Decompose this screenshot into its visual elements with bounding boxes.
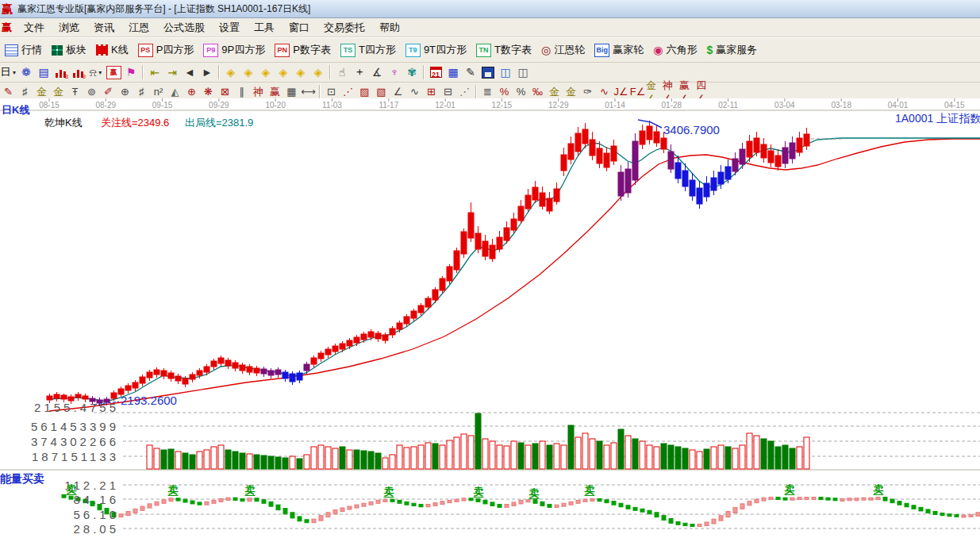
first-page-icon[interactable]: ⇤ [146,64,163,80]
draw-tool-icon-31[interactable]: % [496,84,513,100]
crosshair-icon[interactable]: ＋ [351,64,368,80]
draw-tool-icon-42[interactable]: 赢∠ [679,84,696,100]
menu-工具[interactable]: 工具 [247,18,282,37]
candle-style-icon[interactable]: ⍾▼ [87,64,105,80]
memo-icon[interactable]: ✎ [462,64,479,80]
draw-tool-icon-41[interactable]: 神∠ [663,84,679,100]
gann-diamond-icon[interactable]: ◈ [309,64,327,80]
draw-tool-icon-38[interactable]: J∠ [613,84,629,100]
draw-tool-icon-20[interactable]: ⊡ [323,84,340,100]
next-icon[interactable]: ► [198,64,216,80]
draw-tool-icon-13[interactable]: ⊠ [217,84,233,100]
pattern-icon[interactable]: ❁ [17,64,35,80]
gann-diamond-icon[interactable]: ◈ [275,64,292,80]
draw-tool-icon-2[interactable]: 金 [33,84,50,100]
draw-tool-icon-37[interactable]: ∿ [596,84,613,100]
draw-tool-icon-15[interactable]: 神 [250,84,267,100]
network-icon[interactable]: ◫ [497,64,514,80]
toolbar-item-赢家轮[interactable]: Big赢家轮 [590,41,648,59]
menu-文件[interactable]: 文件 [17,18,52,37]
menu-设置[interactable]: 设置 [212,18,247,37]
draw-tool-icon-35[interactable]: 金 [563,84,579,100]
draw-tool-icon-12[interactable]: ❋ [200,84,217,100]
draw-tool-icon-28[interactable]: ⋰ [456,84,473,100]
menu-资讯[interactable]: 资讯 [86,18,121,37]
calendar-icon[interactable]: 21 [427,64,444,80]
draw-tool-icon-6[interactable]: ✐ [100,84,117,100]
gann-diamond-icon[interactable]: ◈ [222,64,240,80]
draw-tool-icon-24[interactable]: ∠ [390,84,406,100]
menu-窗口[interactable]: 窗口 [282,18,317,37]
menu-浏览[interactable]: 浏览 [52,18,86,37]
toolbar-item-P四方形[interactable]: PSP四方形 [133,41,199,59]
draw-tool-icon-17[interactable]: ▦ [283,84,300,100]
list-icon[interactable]: ▤ [35,64,52,80]
draw-tool-icon-5[interactable]: ⊚ [83,84,100,100]
toolbar-item-板块[interactable]: 板块 [47,41,91,59]
draw-tool-icon-34[interactable]: 金 [546,84,563,100]
menu-帮助[interactable]: 帮助 [372,18,407,37]
gann-diamond-icon[interactable]: ◈ [240,64,257,80]
flower-icon[interactable]: ✾ [403,64,421,80]
save-icon[interactable] [479,64,497,80]
draw-tool-icon-36[interactable]: ✑ [579,84,596,100]
draw-tool-icon-1[interactable]: ♯ [17,84,33,100]
draw-tool-icon-40[interactable]: 金∠ [646,84,663,100]
small-chart9-icon[interactable]: 9 [70,64,87,80]
draw-tool-icon-33[interactable]: ‰ [529,84,546,100]
last-page-icon[interactable]: ⇥ [163,64,181,80]
menu-交易委托[interactable]: 交易委托 [317,18,372,37]
toolbar-item-六角形[interactable]: ◉六角形 [648,41,701,59]
draw-tool-icon-11[interactable]: ⊕ [183,84,200,100]
draw-tool-icon-43[interactable]: 四∠ [696,84,713,100]
toolbar-item-K线[interactable]: K线 [91,41,133,59]
draw-tool-icon-16[interactable]: 赢 [267,84,283,100]
draw-tool-icon-0[interactable]: ✎ [0,84,17,100]
chart-flag-icon[interactable]: ⚑ [122,64,140,80]
toolbar-item-P数字表[interactable]: PNP数字表 [270,41,336,59]
toolbar-item-T四方形[interactable]: TST四方形 [336,41,401,59]
draw-tool-icon-18[interactable]: ⟷ [300,84,317,100]
window-title: 赢家江恩专业版[赢家内部服务平台] - [上证指数 SH1A0001-167日K… [17,2,310,16]
toolbar-item-9P四方形[interactable]: P99P四方形 [198,41,270,59]
small-chart3-icon[interactable]: 3 [52,64,70,80]
draw-tool-icon-32[interactable]: % [513,84,529,100]
win-flag-icon[interactable]: 赢 [105,64,122,80]
draw-tool-icon-8[interactable]: ♯ [133,84,150,100]
draw-tool-icon-14[interactable]: ∥ [233,84,250,100]
date-label: 10-20 [265,101,286,110]
draw-tool-icon-26[interactable]: ⊞ [423,84,440,100]
toolbar-item-赢家服务[interactable]: $赢家服务 [701,41,762,59]
calculator-icon[interactable]: ▦ [444,64,462,80]
draw-tool-icon-39[interactable]: F∠ [629,84,646,100]
draw-tool-icon-22[interactable]: ▨ [356,84,373,100]
menu-公式选股[interactable]: 公式选股 [156,18,212,37]
draw-tool-icon-21[interactable]: ⋰ [340,84,356,100]
draw-tool-icon-9[interactable]: n² [150,84,167,100]
hand-icon[interactable]: ☝ [333,64,351,80]
gann-diamond-icon[interactable]: ◈ [257,64,275,80]
gann-diamond-icon[interactable]: ◈ [292,64,309,80]
menu-江恩[interactable]: 江恩 [121,18,156,37]
draw-tool-icon-30[interactable]: ≣ [479,84,496,100]
period-selector[interactable]: 日▼ [0,64,17,80]
draw-tool-icon-4[interactable]: Ŧ [67,84,83,100]
toolbar-item-T数字表[interactable]: TNT数字表 [471,41,536,59]
draw-tool-icon-23[interactable]: ▧ [373,84,390,100]
title-bar[interactable]: 赢 赢家江恩专业版[赢家内部服务平台] - [上证指数 SH1A0001-167… [0,0,980,18]
prev-icon[interactable]: ◄ [181,64,198,80]
toolbar-item-9T四方形[interactable]: T99T四方形 [401,41,471,59]
draw-tool-icon-27[interactable]: ⊟ [440,84,456,100]
ornament-icon[interactable]: ♆ [386,64,403,80]
angle-tool-icon[interactable]: ∡ [368,64,386,80]
toolbar-item-行情[interactable]: 行情 [0,41,47,59]
draw-tool-icon-25[interactable]: ∿ [406,84,423,100]
remote-icon[interactable]: ◫ [514,64,532,80]
toolbar-item-江恩轮[interactable]: ◎江恩轮 [536,41,590,59]
draw-tool-icon-7[interactable]: ⊕ [117,84,133,100]
draw-tool-icon-10[interactable]: ◭ [167,84,183,100]
indicator-axis-label: 56.10 [0,508,119,521]
toolbar-label: 9T四方形 [424,43,467,57]
chart-area[interactable]: 日K线 乾坤K线 关注线=2349.6 出局线=2381.9 1A0001 上证… [0,98,980,538]
draw-tool-icon-3[interactable]: 金 [50,84,67,100]
